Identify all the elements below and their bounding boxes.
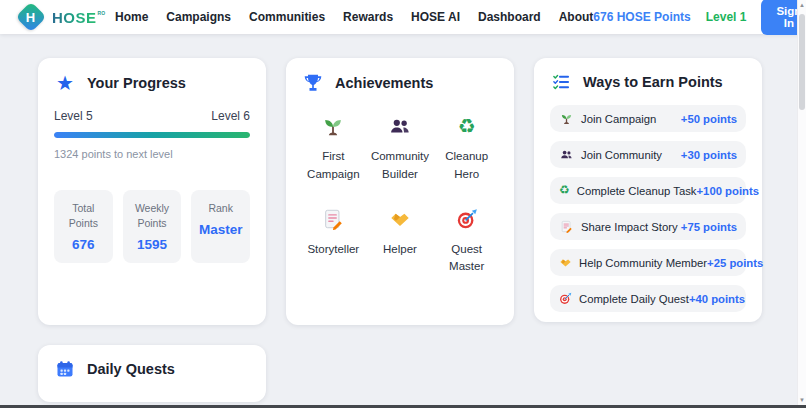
navbar-right: 676 HOSE Points Level 1 Sign In	[593, 0, 806, 35]
earn-points-value: +40 points	[689, 293, 745, 305]
target-icon	[435, 208, 498, 232]
earn-row-help-member: Help Community Member +25 points	[550, 249, 746, 276]
calendar-icon	[54, 360, 76, 378]
earn-row-join-community: Join Community +30 points	[550, 141, 746, 168]
stat-weekly-points: Weekly Points 1595	[123, 190, 182, 263]
stat-label: Total Points	[58, 201, 109, 231]
nav-item-rewards[interactable]: Rewards	[343, 10, 393, 24]
stat-total-points: Total Points 676	[54, 190, 113, 263]
achievement-storyteller: Storyteller	[302, 208, 365, 277]
achievement-label: Community Builder	[369, 148, 432, 184]
memo-icon	[559, 220, 574, 233]
earn-label: Help Community Member	[579, 257, 707, 269]
nav-item-campaigns[interactable]: Campaigns	[166, 10, 231, 24]
recycle-icon: ♻	[435, 115, 498, 139]
stat-label: Weekly Points	[127, 201, 178, 231]
daily-quests-card: Daily Quests	[38, 345, 266, 402]
earn-points-value: +75 points	[681, 221, 737, 233]
logo-letter: H	[26, 9, 35, 24]
progress-card: ★ Your Progress Level 5 Level 6 1324 poi…	[38, 58, 266, 325]
achievement-helper: Helper	[369, 208, 432, 277]
stat-rank: Rank Master	[191, 190, 250, 263]
vertical-scrollbar[interactable]: ▲ ▼	[797, 0, 806, 405]
earn-points-value: +100 points	[697, 185, 759, 197]
earn-card-title: Ways to Earn Points	[583, 74, 723, 90]
achievement-community-builder: Community Builder	[369, 115, 432, 184]
achievements-card-title: Achievements	[335, 75, 433, 91]
hose-points-label: 676 HOSE Points	[593, 10, 690, 24]
earn-points-value: +25 points	[707, 257, 763, 269]
progress-bar	[54, 132, 250, 138]
list-check-icon	[550, 73, 572, 91]
main-nav: Home Campaigns Communities Rewards HOSE …	[115, 10, 593, 24]
achievement-label: Cleanup Hero	[435, 148, 498, 184]
achievement-quest-master: Quest Master	[435, 208, 498, 277]
earn-label: Complete Daily Quest	[579, 293, 689, 305]
earn-label: Share Impact Story	[581, 221, 681, 233]
nav-item-home[interactable]: Home	[115, 10, 148, 24]
users-icon	[559, 148, 574, 161]
stat-value: 676	[58, 237, 109, 252]
achievement-label: First Campaign	[302, 148, 365, 184]
earn-label: Join Community	[581, 149, 681, 161]
trophy-icon	[302, 73, 324, 93]
achievement-label: Storyteller	[302, 241, 365, 259]
nav-item-hose-ai[interactable]: HOSE AI	[411, 10, 460, 24]
points-to-next-label: 1324 points to next level	[54, 148, 250, 160]
achievements-card: Achievements First Campaign Community Bu…	[286, 58, 514, 325]
earn-list: Join Campaign +50 points Join Community …	[550, 105, 746, 312]
level-current-label: Level 5	[54, 109, 93, 123]
logo-mark-icon: H	[15, 1, 46, 32]
logo[interactable]: H HOSE RO	[12, 6, 105, 28]
seedling-icon	[302, 115, 365, 139]
daily-quests-title: Daily Quests	[87, 361, 175, 377]
achievement-label: Helper	[369, 241, 432, 259]
users-icon	[369, 115, 432, 139]
level-next-label: Level 6	[211, 109, 250, 123]
scrollbar-thumb[interactable]	[799, 14, 805, 110]
earn-label: Join Campaign	[581, 113, 681, 125]
navbar: H HOSE RO Home Campaigns Communities Rew…	[0, 0, 806, 34]
logo-wordmark: HOSE	[52, 9, 97, 26]
earn-points-card: Ways to Earn Points Join Campaign +50 po…	[534, 58, 762, 322]
scroll-up-arrow-icon[interactable]: ▲	[798, 2, 806, 8]
earn-row-share-story: Share Impact Story +75 points	[550, 213, 746, 240]
memo-icon	[302, 208, 365, 232]
stat-label: Rank	[195, 201, 246, 216]
earn-points-value: +50 points	[681, 113, 737, 125]
nav-item-dashboard[interactable]: Dashboard	[478, 10, 541, 24]
earn-row-daily-quest: Complete Daily Quest +40 points	[550, 285, 746, 312]
earn-label: Complete Cleanup Task	[577, 185, 697, 197]
achievement-label: Quest Master	[435, 241, 498, 277]
nav-item-about[interactable]: About	[559, 10, 594, 24]
level-badge: Level 1	[706, 10, 747, 24]
logo-superscript: RO	[98, 10, 106, 16]
earn-row-join-campaign: Join Campaign +50 points	[550, 105, 746, 132]
achievement-first-campaign: First Campaign	[302, 115, 365, 184]
progress-card-title: Your Progress	[87, 75, 186, 91]
earn-row-cleanup-task: ♻ Complete Cleanup Task +100 points	[550, 177, 746, 204]
star-icon: ★	[54, 73, 76, 93]
stat-value: Master	[195, 222, 246, 237]
seedling-icon	[559, 112, 574, 125]
progress-bar-fill	[54, 132, 250, 138]
handshake-icon	[559, 256, 572, 269]
earn-points-value: +30 points	[681, 149, 737, 161]
scroll-down-arrow-icon[interactable]: ▼	[798, 397, 806, 403]
recycle-icon: ♻	[559, 184, 570, 197]
achievement-cleanup-hero: ♻ Cleanup Hero	[435, 115, 498, 184]
main-content: ★ Your Progress Level 5 Level 6 1324 poi…	[0, 34, 806, 402]
handshake-icon	[369, 208, 432, 232]
target-icon	[559, 292, 572, 305]
achievements-grid: First Campaign Community Builder ♻ Clean…	[302, 115, 498, 276]
nav-item-communities[interactable]: Communities	[249, 10, 325, 24]
stat-value: 1595	[127, 237, 178, 252]
